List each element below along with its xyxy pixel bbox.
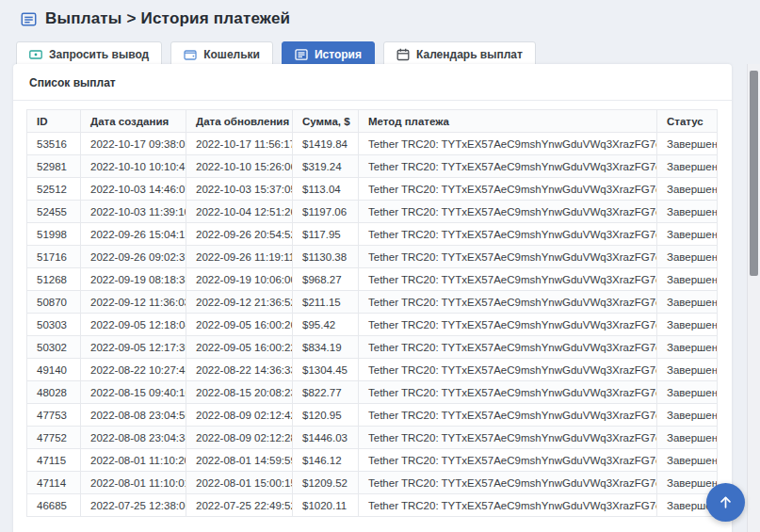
table-cell: 2022-08-08 23:04:34 <box>81 427 186 449</box>
column-header-amount: Сумма, $ <box>293 110 359 133</box>
table-cell: Завершен <box>657 178 718 201</box>
table-cell: 2022-08-08 23:04:56 <box>81 404 186 427</box>
table-cell: $1419.84 <box>293 133 359 155</box>
table-row: 477532022-08-08 23:04:562022-08-09 02:12… <box>27 404 718 427</box>
table-cell: 2022-08-15 20:08:23 <box>186 381 293 404</box>
table-cell: $117.95 <box>293 223 359 246</box>
card-title: Список выплат <box>13 64 732 101</box>
table-cell: $211.15 <box>293 291 359 314</box>
table-cell: Tether TRC20: TYTxEX57AeC9mshYnwGduVWq3X… <box>359 404 657 427</box>
table-cell: 50302 <box>27 336 81 359</box>
table-cell: Tether TRC20: TYTxEX57AeC9mshYnwGduVWq3X… <box>359 178 657 201</box>
table-cell: Завершен <box>657 155 718 178</box>
table-cell: 2022-09-05 16:00:22 <box>186 336 293 359</box>
table-cell: $319.24 <box>293 155 359 178</box>
table-cell: 2022-10-03 14:46:07 <box>81 178 186 201</box>
column-header-id: ID <box>27 110 81 133</box>
table-row: 508702022-09-12 11:36:032022-09-12 21:36… <box>27 291 718 314</box>
table-cell: Завершен <box>657 359 718 381</box>
calendar-icon <box>396 48 410 61</box>
table-cell: Завершен <box>657 291 718 314</box>
tab-wallets[interactable]: Кошельки <box>170 41 273 67</box>
table-cell: Tether TRC20: TYTxEX57AeC9mshYnwGduVWq3X… <box>359 223 657 246</box>
table-cell: Tether TRC20: TYTxEX57AeC9mshYnwGduVWq3X… <box>359 314 657 336</box>
table-cell: 52981 <box>27 155 81 178</box>
table-cell: 2022-09-12 11:36:03 <box>81 291 186 314</box>
tab-label: Календарь выплат <box>416 48 523 61</box>
table-cell: Завершен <box>657 336 718 359</box>
table-row: 503022022-09-05 12:17:362022-09-05 16:00… <box>27 336 718 359</box>
tab-label: Запросить вывод <box>49 48 149 61</box>
page-header: Выплаты > История платежей <box>0 0 760 38</box>
table-cell: Tether TRC20: TYTxEX57AeC9mshYnwGduVWq3X… <box>359 133 657 155</box>
table-cell: Tether TRC20: TYTxEX57AeC9mshYnwGduVWq3X… <box>359 246 657 268</box>
table-cell: 2022-10-10 15:26:06 <box>186 155 293 178</box>
column-header-created: Дата создания <box>81 110 186 133</box>
tab-bar: Запросить вывод Кошельки История Календа… <box>16 41 536 67</box>
tab-history[interactable]: История <box>282 41 375 67</box>
banknote-icon <box>29 48 42 61</box>
table-cell: 46685 <box>27 494 81 517</box>
table-row: 517162022-09-26 09:02:372022-09-26 11:19… <box>27 246 718 268</box>
table-cell: 2022-09-05 12:17:36 <box>81 336 186 359</box>
scroll-to-top-button[interactable] <box>706 483 745 522</box>
table-cell: 2022-08-01 15:00:15 <box>186 472 293 494</box>
table-cell: Tether TRC20: TYTxEX57AeC9mshYnwGduVWq3X… <box>359 268 657 291</box>
table-cell: Tether TRC20: TYTxEX57AeC9mshYnwGduVWq3X… <box>359 359 657 381</box>
table-cell: Завершен <box>657 268 718 291</box>
table-row: 524552022-10-03 11:39:102022-10-04 12:51… <box>27 201 718 223</box>
table-cell: $113.04 <box>293 178 359 201</box>
tab-payout-calendar[interactable]: Календарь выплат <box>383 41 536 67</box>
list-icon <box>295 48 308 61</box>
table-cell: 2022-10-03 11:39:10 <box>81 201 186 223</box>
table-cell: 2022-09-05 16:00:26 <box>186 314 293 336</box>
table-cell: Tether TRC20: TYTxEX57AeC9mshYnwGduVWq3X… <box>359 427 657 449</box>
table-cell: 2022-09-19 08:18:38 <box>81 268 186 291</box>
table-cell: $146.12 <box>293 449 359 472</box>
table-cell: 2022-09-12 21:36:52 <box>186 291 293 314</box>
table-row: 471152022-08-01 11:10:202022-08-01 14:59… <box>27 449 718 472</box>
table-cell: $120.95 <box>293 404 359 427</box>
table-row: 480282022-08-15 09:40:102022-08-15 20:08… <box>27 381 718 404</box>
table-cell: 2022-08-22 10:27:48 <box>81 359 186 381</box>
table-cell: 52455 <box>27 201 81 223</box>
table-cell: Tether TRC20: TYTxEX57AeC9mshYnwGduVWq3X… <box>359 201 657 223</box>
scrollbar-thumb[interactable] <box>750 71 758 276</box>
table-cell: 2022-10-10 10:10:47 <box>81 155 186 178</box>
scrollbar-track[interactable] <box>747 64 760 532</box>
table-row: 512682022-09-19 08:18:382022-09-19 10:06… <box>27 268 718 291</box>
table-cell: Tether TRC20: TYTxEX57AeC9mshYnwGduVWq3X… <box>359 336 657 359</box>
table-cell: 51998 <box>27 223 81 246</box>
table-row: 491402022-08-22 10:27:482022-08-22 14:36… <box>27 359 718 381</box>
table-cell: Tether TRC20: TYTxEX57AeC9mshYnwGduVWq3X… <box>359 381 657 404</box>
table-cell: $968.27 <box>293 268 359 291</box>
table-cell: 2022-09-05 12:18:04 <box>81 314 186 336</box>
payout-table-body: 535162022-10-17 09:38:032022-10-17 11:56… <box>27 133 718 517</box>
table-row: 535162022-10-17 09:38:032022-10-17 11:56… <box>27 133 718 155</box>
table-cell: 52512 <box>27 178 81 201</box>
table-row: 529812022-10-10 10:10:472022-10-10 15:26… <box>27 155 718 178</box>
tab-request-withdrawal[interactable]: Запросить вывод <box>16 41 162 67</box>
table-cell: Завершен <box>657 472 718 494</box>
table-cell: Завершен <box>657 449 718 472</box>
table-cell: 53516 <box>27 133 81 155</box>
payout-table-wrap: ID Дата создания Дата обновления Сумма, … <box>13 101 732 517</box>
table-cell: 2022-10-17 09:38:03 <box>81 133 186 155</box>
list-icon <box>21 11 37 27</box>
table-cell: Завершен <box>657 201 718 223</box>
table-cell: 2022-10-17 11:56:17 <box>186 133 293 155</box>
table-cell: Завершен <box>657 223 718 246</box>
table-row: 525122022-10-03 14:46:072022-10-03 15:37… <box>27 178 718 201</box>
table-cell: $1304.45 <box>293 359 359 381</box>
table-cell: Tether TRC20: TYTxEX57AeC9mshYnwGduVWq3X… <box>359 472 657 494</box>
table-cell: Tether TRC20: TYTxEX57AeC9mshYnwGduVWq3X… <box>359 155 657 178</box>
table-cell: 47114 <box>27 472 81 494</box>
arrow-up-icon <box>718 494 734 510</box>
wallet-icon <box>184 48 197 61</box>
breadcrumb: Выплаты > История платежей <box>45 9 290 28</box>
table-cell: 2022-08-15 09:40:10 <box>81 381 186 404</box>
payout-list-card: Список выплат ID Дата создания Дата обно… <box>13 64 732 532</box>
tab-label: История <box>315 48 362 61</box>
table-cell: 2022-09-26 20:54:52 <box>186 223 293 246</box>
table-cell: 50303 <box>27 314 81 336</box>
